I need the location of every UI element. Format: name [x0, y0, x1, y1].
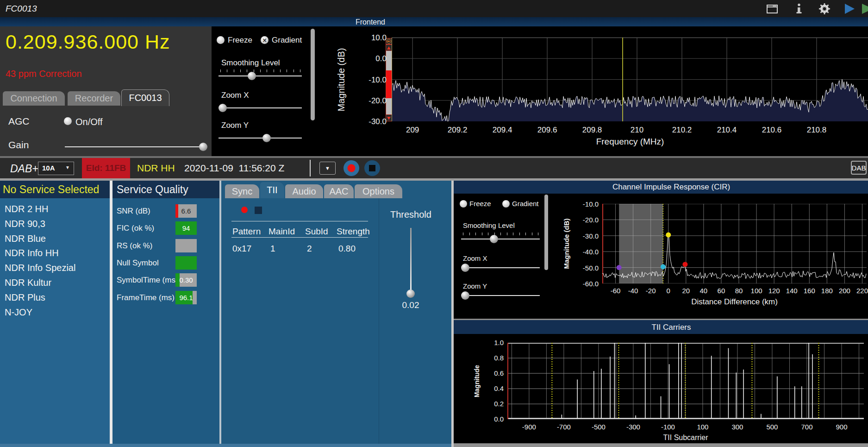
freeze-radio[interactable] [217, 36, 225, 44]
bottom-scrollbar[interactable] [454, 443, 868, 447]
table-header-underline [231, 237, 368, 238]
service-item[interactable]: NDR 90,3 [5, 219, 45, 229]
service-item[interactable]: NDR Blue [5, 233, 46, 244]
tab-recorder[interactable]: Recorder [68, 91, 120, 106]
recorder-dropdown-button[interactable]: ▼ [319, 162, 336, 175]
agc-onoff-label: On/Off [75, 117, 103, 127]
spectrum-xtick: 209.6 [537, 126, 557, 135]
tii-ytick: 0.8 [484, 354, 504, 362]
tii-ytick: 0.6 [484, 369, 504, 377]
cir-zoom-x-label: Zoom X [463, 254, 487, 262]
spectrum-xtick: 209.8 [582, 126, 602, 135]
spectrum-xtick: 209.4 [493, 126, 512, 135]
spectrum-xtick: 210.8 [807, 126, 827, 135]
spectrum-xtick: 210 [631, 126, 643, 135]
quality-row-label: RS (ok %) [117, 241, 152, 251]
service-item[interactable]: NDR Kultur [5, 277, 51, 288]
zoom-x-slider-track[interactable] [219, 107, 302, 108]
service-item[interactable]: NDR 2 HH [5, 204, 48, 214]
tab-audio[interactable]: Audio [285, 184, 323, 198]
cir-zoom-y-slider-track[interactable] [461, 295, 540, 296]
tii-active-indicator [241, 207, 248, 213]
quality-bar [175, 239, 197, 252]
tii-xtick: 500 [766, 423, 778, 431]
threshold-slider-handle[interactable] [406, 290, 415, 298]
threshold-value: 0.02 [402, 300, 419, 310]
record-button[interactable] [343, 160, 360, 176]
cir-xtick: 220 [856, 287, 868, 295]
zoom-x-label: Zoom X [221, 91, 249, 100]
settings-gear-icon[interactable] [818, 3, 831, 15]
cir-xaxis-label: Distance Difference (km) [691, 297, 778, 307]
gain-slider-track[interactable] [65, 146, 207, 147]
frontend-controls-scrollbar[interactable] [311, 29, 315, 120]
cir-smoothing-slider-tick [525, 233, 526, 235]
cir-ytick: -40.0 [574, 248, 599, 256]
frontend-spectrum-plot[interactable] [392, 38, 868, 121]
service-item[interactable]: NDR Info HH [5, 248, 59, 258]
play-icon-blue[interactable] [843, 3, 856, 15]
cir-xtick: 120 [768, 287, 780, 295]
divider [231, 221, 368, 221]
tii-table-cell: 2 [307, 244, 312, 254]
quality-value: 96.1 [175, 291, 197, 304]
gradient-radio[interactable]: × [261, 36, 269, 44]
smoothing-slider-tick [227, 69, 227, 72]
quality-row-label: FrameTime (ms) [117, 293, 175, 302]
cir-controls-scrollbar[interactable] [544, 195, 548, 270]
cir-freeze-radio[interactable] [460, 200, 467, 208]
cir-zoom-x-slider-handle[interactable] [461, 264, 469, 272]
service-item[interactable]: N-JOY [5, 307, 32, 318]
agc-radio[interactable] [64, 117, 72, 125]
tii-table-header: SubId [305, 227, 328, 237]
cir-gradient-radio[interactable] [502, 200, 510, 208]
tab-fc0013[interactable]: FC0013 [121, 89, 169, 106]
zoom-y-slider-track[interactable] [219, 138, 302, 139]
service-item[interactable]: NDR Info Spezial [5, 263, 75, 273]
bottom-scrollbar[interactable] [0, 444, 451, 447]
tii-xtick: -700 [557, 423, 571, 431]
smoothing-slider-tick [260, 69, 261, 72]
play-icon-green[interactable] [861, 3, 868, 15]
spectrum-zoom-reset-button[interactable] [386, 38, 392, 44]
tab-aac[interactable]: AAC [324, 184, 354, 198]
tab-tii[interactable]: TII [260, 182, 284, 198]
window-icon[interactable] [766, 3, 778, 15]
zoom-x-slider-handle[interactable] [219, 104, 227, 112]
cir-gradient-label: Gradient [512, 200, 539, 208]
spectrum-xaxis-label: Frequency (MHz) [596, 137, 664, 147]
quality-row-label: SNR (dB) [117, 207, 150, 216]
tii-yaxis-label: Magnitude [473, 365, 481, 397]
cir-zoom-x-slider-track[interactable] [461, 267, 540, 268]
channel-select[interactable]: 10A ▼ [38, 162, 74, 175]
spectrum-scroll-down-button[interactable] [386, 114, 392, 121]
no-service-selected-label: No Service Selected [3, 183, 99, 196]
spectrum-scroll-up-button[interactable] [386, 44, 392, 51]
tab-sync[interactable]: Sync [225, 184, 259, 198]
tii-xtick: 100 [697, 423, 708, 431]
smoothing-slider-tick [300, 69, 300, 72]
smoothing-slider-track[interactable] [219, 76, 302, 76]
frontend-section-header [0, 17, 868, 26]
tab-options[interactable]: Options [355, 184, 402, 198]
threshold-slider-track[interactable] [410, 228, 412, 293]
cir-zoom-y-slider-handle[interactable] [461, 291, 469, 300]
smoothing-slider-handle[interactable] [248, 72, 256, 80]
tii-carriers-plot[interactable] [507, 343, 864, 419]
spectrum-ytick: -20.0 [359, 96, 387, 106]
gradient-label: Gradient [272, 36, 302, 45]
service-item[interactable]: NDR Plus [5, 292, 45, 303]
smoothing-slider-tick [287, 69, 287, 72]
spectrum-ytick: 0.0 [359, 54, 387, 63]
info-icon[interactable] [793, 3, 805, 15]
gain-slider-handle[interactable] [199, 143, 207, 151]
cir-smoothing-slider-tick [482, 233, 482, 235]
cir-xtick: -40 [628, 287, 638, 295]
cir-smoothing-slider-track[interactable] [461, 239, 540, 239]
tab-connection[interactable]: Connection [3, 91, 65, 106]
spectrum-scroll-thumb[interactable] [386, 70, 392, 98]
cir-plot[interactable] [602, 204, 867, 283]
tii-ytick: 0.2 [484, 400, 504, 408]
stop-button[interactable] [364, 160, 381, 176]
ensemble-id-badge: EId: 11FB [82, 158, 130, 178]
